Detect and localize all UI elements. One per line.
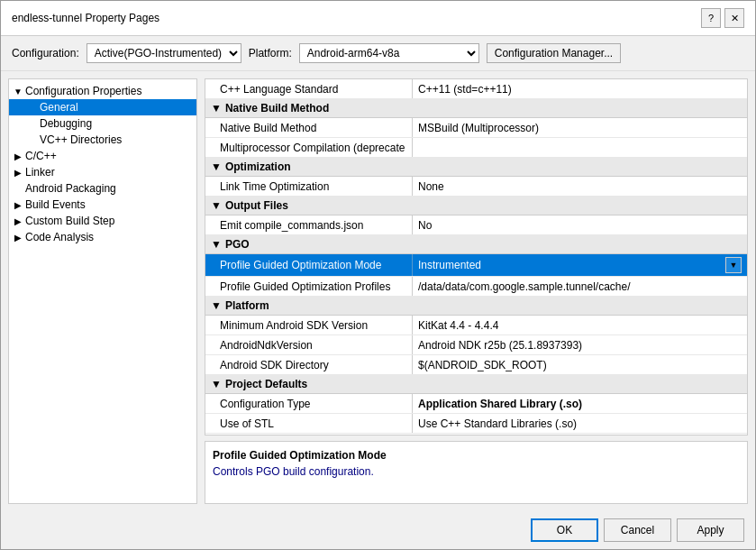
section-label: Platform [225,299,269,312]
tree-item-label: Custom Build Step [25,215,114,227]
prop-row-stl: Use of STL Use C++ Standard Libraries (.… [205,414,747,434]
prop-row-pgo-profiles: Profile Guided Optimization Profiles /da… [205,277,747,297]
section-output-files[interactable]: ▼ Output Files [205,197,747,215]
tree-item-label: Linker [25,166,55,179]
tree-item-build-events[interactable]: ▶ Build Events [9,197,196,213]
section-native-build[interactable]: ▼ Native Build Method [205,99,747,118]
prop-row-config-type: Configuration Type Application Shared Li… [205,394,747,414]
prop-value: Use C++ Standard Libraries (.so) [413,414,747,433]
prop-row-cpp-lang: C++ Language Standard C++11 (std=c++11) [205,79,747,99]
chevron-right-icon: ▶ [13,167,23,178]
button-bar: OK Cancel Apply [1,511,755,549]
chevron-down-icon: ▼ [211,102,222,115]
tree-item-label: Code Analysis [25,231,94,243]
cancel-button[interactable]: Cancel [604,518,671,542]
tree-item-code-analysis[interactable]: ▶ Code Analysis [9,229,196,245]
prop-value [413,138,747,157]
config-bar: Configuration: Active(PGO-Instrumented) … [1,36,755,71]
tree-item-label: C/C++ [25,150,57,162]
prop-row-sdk-dir: Android SDK Directory $(ANDROID_SDK_ROOT… [205,355,747,375]
prop-name: Configuration Type [205,394,413,413]
section-platform[interactable]: ▼ Platform [205,297,747,316]
tree-item-custom-build[interactable]: ▶ Custom Build Step [9,213,196,229]
section-label: Native Build Method [225,102,329,115]
tree-item-linker[interactable]: ▶ Linker [9,164,196,180]
property-pages-dialog: endless-tunnel Property Pages ? ✕ Config… [0,0,756,550]
platform-label: Platform: [249,47,292,60]
prop-row-native-method: Native Build Method MSBuild (Multiproces… [205,118,747,138]
right-panel: C++ Language Standard C++11 (std=c++11) … [205,78,748,504]
section-label: Optimization [225,160,291,173]
prop-value: None [413,177,747,196]
tree-item-general[interactable]: ▶ General [9,99,196,115]
chevron-down-icon: ▼ [211,378,222,390]
chevron-down-icon: ▼ [211,199,222,212]
prop-name: Android SDK Directory [205,355,413,374]
section-optimization[interactable]: ▼ Optimization [205,158,747,177]
chevron-down-icon: ▼ [211,299,222,312]
prop-row-emit-compile: Emit compile_commands.json No [205,215,747,235]
tree-item-label: VC++ Directories [40,133,122,146]
main-content: ▼ Configuration Properties ▶ General ▶ D… [1,71,755,511]
prop-row-ndk-version: AndroidNdkVersion Android NDK r25b (25.1… [205,335,747,355]
apply-button[interactable]: Apply [677,518,744,542]
prop-row-pgo-mode[interactable]: Profile Guided Optimization Mode Instrum… [205,254,747,277]
tree-item-debugging[interactable]: ▶ Debugging [9,115,196,132]
config-manager-button[interactable]: Configuration Manager... [487,43,621,63]
title-bar: endless-tunnel Property Pages ? ✕ [1,1,755,36]
tree-item-vc-dirs[interactable]: ▶ VC++ Directories [9,132,196,148]
configuration-select[interactable]: Active(PGO-Instrumented) [87,43,241,63]
tree-item-android-packaging[interactable]: ▶ Android Packaging [9,180,196,197]
prop-name: AndroidNdkVersion [205,335,413,354]
platform-select[interactable]: Android-arm64-v8a [299,43,479,63]
prop-name: Link Time Optimization [205,177,413,196]
config-label: Configuration: [12,47,79,60]
section-project-defaults[interactable]: ▼ Project Defaults [205,375,747,394]
prop-value: /data/data/com.google.sample.tunnel/cach… [413,277,747,296]
help-button[interactable]: ? [701,8,721,28]
tree-item-config-props[interactable]: ▼ Configuration Properties [9,83,196,99]
description-panel: Profile Guided Optimization Mode Control… [205,441,748,504]
chevron-down-icon: ▼ [211,238,222,251]
prop-row-min-sdk: Minimum Android SDK Version KitKat 4.4 -… [205,316,747,335]
tree-item-cpp[interactable]: ▶ C/C++ [9,148,196,164]
tree-item-label: Debugging [40,117,92,130]
prop-name: C++ Language Standard [205,79,413,98]
section-label: Project Defaults [225,378,307,390]
section-pgo[interactable]: ▼ PGO [205,235,747,254]
prop-name: Use of STL [205,414,413,433]
description-text: Controls PGO build configuration. [213,465,740,478]
section-label: Output Files [225,199,288,212]
prop-value: Application Shared Library (.so) [413,394,747,413]
chevron-right-icon: ▶ [13,215,23,226]
tree-item-label: General [40,101,78,114]
prop-row-multiprocessor: Multiprocessor Compilation (deprecate [205,138,747,158]
tree-item-label: Android Packaging [25,182,116,195]
chevron-right-icon: ▶ [13,199,23,210]
chevron-down-icon: ▼ [13,86,23,96]
ok-button[interactable]: OK [531,518,598,542]
chevron-down-icon: ▼ [211,160,222,173]
dialog-title: endless-tunnel Property Pages [12,12,159,24]
chevron-right-icon: ▶ [13,232,23,243]
prop-value: KitKat 4.4 - 4.4.4 [413,316,747,335]
title-bar-buttons: ? ✕ [701,8,744,28]
prop-value: No [413,215,747,234]
prop-value: Android NDK r25b (25.1.8937393) [413,335,747,354]
prop-value: MSBuild (Multiprocessor) [413,118,747,137]
prop-value: $(ANDROID_SDK_ROOT) [413,355,747,374]
close-button[interactable]: ✕ [724,8,744,28]
section-label: PGO [225,238,250,251]
prop-value: C++11 (std=c++11) [413,79,747,98]
prop-name: Minimum Android SDK Version [205,316,413,335]
prop-name: Profile Guided Optimization Mode [205,254,413,276]
prop-name: Emit compile_commands.json [205,215,413,234]
pgo-dropdown-button[interactable]: ▼ [725,257,742,273]
tree-panel: ▼ Configuration Properties ▶ General ▶ D… [8,78,197,504]
prop-row-lto: Link Time Optimization None [205,177,747,197]
tree-item-label: Configuration Properties [25,85,141,97]
prop-name: Native Build Method [205,118,413,137]
chevron-right-icon: ▶ [13,151,23,161]
properties-table: C++ Language Standard C++11 (std=c++11) … [205,78,748,435]
prop-value: Instrumented ▼ [413,254,747,276]
